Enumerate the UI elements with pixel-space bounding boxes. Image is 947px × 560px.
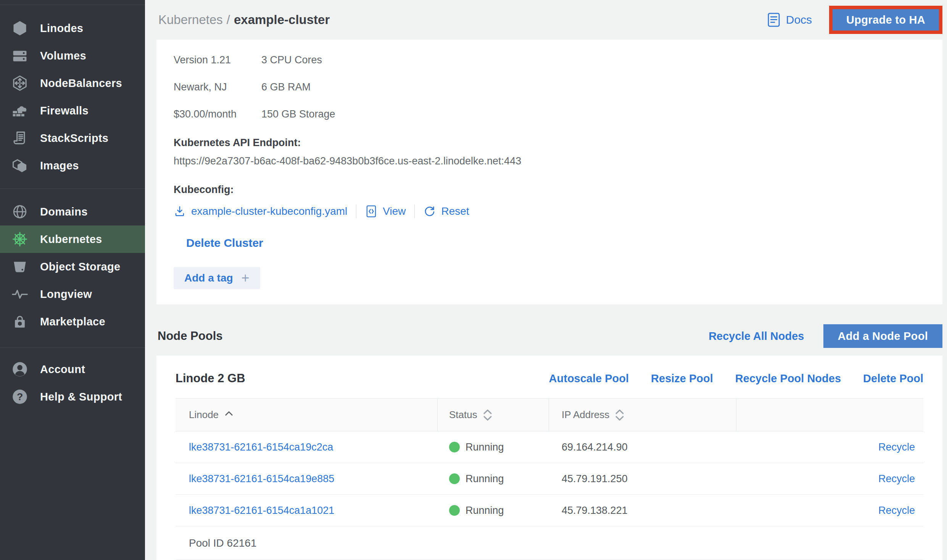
sidebar-item-label: NodeBalancers xyxy=(40,77,122,90)
kubeconfig-download-link[interactable]: example-cluster-kubeconfig.yaml xyxy=(174,205,347,217)
sidebar-item-firewalls[interactable]: Firewalls xyxy=(0,97,145,124)
sidebar-item-longview[interactable]: Longview xyxy=(0,280,145,308)
page-header: Kubernetes/example-cluster Docs Upgrade … xyxy=(156,0,942,40)
header-actions: Docs Upgrade to HA xyxy=(767,6,942,34)
recycle-pool-nodes-link[interactable]: Recycle Pool Nodes xyxy=(735,372,841,385)
kubeconfig-filename: example-cluster-kubeconfig.yaml xyxy=(191,205,347,217)
sort-asc-icon xyxy=(224,410,234,416)
images-icon xyxy=(11,157,28,174)
spec-region: Newark, NJ xyxy=(174,81,261,93)
upgrade-to-ha-button[interactable]: Upgrade to HA xyxy=(833,9,939,31)
sidebar-item-label: StackScripts xyxy=(40,132,108,145)
column-header-ip-address[interactable]: IP Address xyxy=(549,399,736,431)
recycle-all-nodes-link[interactable]: Recycle All Nodes xyxy=(709,330,804,343)
docs-link[interactable]: Docs xyxy=(767,13,812,27)
sidebar-item-label: Images xyxy=(40,159,79,172)
help-icon: ? xyxy=(11,388,28,405)
ip-address: 45.79.138.221 xyxy=(562,505,628,517)
pool-id-row: Pool ID 62161 xyxy=(176,526,923,560)
download-icon xyxy=(174,205,186,217)
spec-price: $30.00/month xyxy=(174,108,261,120)
table-row: lke38731-62161-6154ca19c2ca Running 69.1… xyxy=(176,431,923,463)
ip-address: 69.164.214.90 xyxy=(562,441,628,453)
volumes-icon xyxy=(11,47,28,64)
ip-address: 45.79.191.250 xyxy=(562,473,628,485)
marketplace-bag-icon xyxy=(11,313,28,330)
sidebar-divider xyxy=(0,348,145,348)
kubernetes-helm-icon xyxy=(11,231,28,248)
firewalls-icon xyxy=(11,102,28,119)
pulse-icon xyxy=(11,286,28,303)
annotation-highlight: Upgrade to HA xyxy=(829,6,942,34)
node-pool-panel: Linode 2 GB Autoscale Pool Resize Pool R… xyxy=(156,356,942,560)
sidebar-item-label: Kubernetes xyxy=(40,233,102,246)
delete-pool-link[interactable]: Delete Pool xyxy=(863,372,923,385)
add-node-pool-button[interactable]: Add a Node Pool xyxy=(823,324,943,348)
sort-both-icon xyxy=(483,409,493,422)
sidebar-nav: Linodes Volumes NodeBalancers xyxy=(0,5,145,410)
sidebar-item-domains[interactable]: Domains xyxy=(0,198,145,225)
kubeconfig-view-link[interactable]: View xyxy=(365,205,406,218)
node-link[interactable]: lke38731-62161-6154ca19e885 xyxy=(189,473,334,485)
sidebar-item-label: Marketplace xyxy=(40,315,105,328)
node-link[interactable]: lke38731-62161-6154ca19c2ca xyxy=(189,441,333,453)
sidebar-item-label: Object Storage xyxy=(40,261,120,273)
kubeconfig-reset-link[interactable]: Reset xyxy=(424,205,469,217)
sidebar-item-object-storage[interactable]: Object Storage xyxy=(0,253,145,280)
spec-version: Version 1.21 xyxy=(174,54,261,66)
recycle-node-link[interactable]: Recycle xyxy=(878,441,915,453)
recycle-node-link[interactable]: Recycle xyxy=(878,473,915,485)
svg-text:?: ? xyxy=(17,391,23,402)
sidebar-item-images[interactable]: Images xyxy=(0,152,145,179)
globe-icon xyxy=(11,203,28,220)
node-link[interactable]: lke38731-62161-6154ca1a1021 xyxy=(189,505,334,517)
sidebar-item-account[interactable]: Account xyxy=(0,356,145,383)
table-row: lke38731-62161-6154ca1a1021 Running 45.7… xyxy=(176,495,923,526)
sidebar: Linodes Volumes NodeBalancers xyxy=(0,0,145,560)
sidebar-divider xyxy=(0,188,145,189)
sidebar-item-marketplace[interactable]: Marketplace xyxy=(0,308,145,335)
sidebar-item-volumes[interactable]: Volumes xyxy=(0,42,145,69)
status-label: Running xyxy=(465,473,504,485)
sidebar-item-help-support[interactable]: ? Help & Support xyxy=(0,383,145,410)
code-file-icon xyxy=(365,205,377,218)
nodes-table-header: Linode Status IP Address xyxy=(176,399,923,431)
column-header-linode[interactable]: Linode xyxy=(176,399,438,431)
api-endpoint-url: https://9e2a7307-b6ac-408f-ba62-9483b0b3… xyxy=(174,155,925,167)
kubeconfig-row: example-cluster-kubeconfig.yaml View xyxy=(174,204,925,218)
sidebar-item-nodebalancers[interactable]: NodeBalancers xyxy=(0,69,145,97)
breadcrumb-current: example-cluster xyxy=(234,13,330,27)
status-cell: Running xyxy=(438,473,549,485)
add-tag-button[interactable]: Add a tag + xyxy=(174,267,260,289)
docs-icon xyxy=(767,13,780,27)
column-label: Linode xyxy=(189,409,219,421)
sidebar-item-stackscripts[interactable]: StackScripts xyxy=(0,124,145,152)
spec-ram: 6 GB RAM xyxy=(261,81,335,93)
divider xyxy=(356,204,356,218)
status-cell: Running xyxy=(438,505,549,517)
sidebar-top-strip xyxy=(0,0,145,5)
resize-pool-link[interactable]: Resize Pool xyxy=(651,372,713,385)
column-header-status[interactable]: Status xyxy=(438,399,549,431)
node-pools-header: Node Pools Recycle All Nodes Add a Node … xyxy=(156,324,942,348)
breadcrumb: Kubernetes/example-cluster xyxy=(158,13,330,27)
account-icon xyxy=(11,361,28,378)
breadcrumb-section[interactable]: Kubernetes xyxy=(158,13,223,27)
spec-cpu: 3 CPU Cores xyxy=(261,54,335,66)
recycle-node-link[interactable]: Recycle xyxy=(878,505,915,517)
sort-both-icon xyxy=(615,409,625,422)
sidebar-item-kubernetes[interactable]: Kubernetes xyxy=(0,225,145,253)
nodes-table: Linode Status IP Address xyxy=(176,398,923,560)
delete-cluster-link[interactable]: Delete Cluster xyxy=(186,237,263,249)
pool-header: Linode 2 GB Autoscale Pool Resize Pool R… xyxy=(176,356,923,398)
breadcrumb-separator: / xyxy=(227,13,230,27)
column-label: IP Address xyxy=(562,409,609,421)
autoscale-pool-link[interactable]: Autoscale Pool xyxy=(549,372,629,385)
bucket-icon xyxy=(11,258,28,275)
column-header-actions xyxy=(736,399,923,431)
sidebar-item-label: Volumes xyxy=(40,50,86,62)
table-row: lke38731-62161-6154ca19e885 Running 45.7… xyxy=(176,463,923,495)
sidebar-item-linodes[interactable]: Linodes xyxy=(0,14,145,42)
add-tag-label: Add a tag xyxy=(184,272,233,284)
status-running-icon xyxy=(449,505,460,516)
